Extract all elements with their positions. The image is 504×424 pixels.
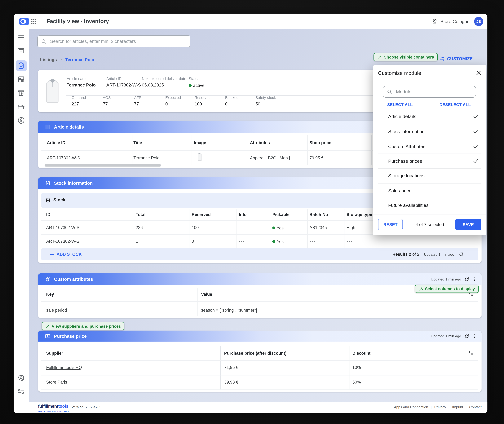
article-search: [37, 35, 190, 47]
section-title: Stock information: [54, 181, 93, 186]
inbound-box-icon[interactable]: [17, 89, 25, 97]
facility-selector[interactable]: Store Cologne: [432, 19, 470, 24]
stat-label[interactable]: AFP: [134, 96, 141, 100]
app-footer: fulfillmenttools SIMPLIFYING RETAIL COMP…: [14, 402, 487, 413]
stat-value-expected-link[interactable]: 0: [165, 102, 168, 106]
kebab-menu-icon[interactable]: [473, 334, 477, 338]
module-option[interactable]: Sales price: [378, 183, 481, 198]
account-icon[interactable]: [17, 117, 25, 124]
article-image: [45, 78, 60, 105]
footer-links: Apps and Connection| Privacy| Imprint| C…: [394, 405, 481, 409]
refresh-icon[interactable]: [464, 334, 469, 338]
choose-containers-badge[interactable]: Choose visible containers: [373, 53, 438, 61]
col-header: Reserved: [192, 212, 211, 217]
footer-link[interactable]: Apps and Connection: [394, 405, 428, 409]
pickable-indicator: Yes: [272, 225, 284, 231]
check-icon: [473, 158, 479, 164]
cell-attributes: Apperal | B2C | Men | ...: [250, 156, 295, 160]
customize-sliders-icon: [439, 56, 445, 62]
orders-box-icon[interactable]: [17, 47, 25, 55]
search-input[interactable]: [50, 38, 187, 44]
select-columns-badge[interactable]: Select columns to display: [415, 285, 479, 293]
col-header: Purchase price (after discount): [224, 351, 286, 356]
article-id: ART-107302-W-S: [106, 83, 141, 87]
section-title: Custom attributes: [54, 277, 93, 282]
store-icon[interactable]: [17, 103, 25, 111]
version-label: Version: 25.2.4703: [72, 405, 101, 409]
avatar[interactable]: JS: [474, 17, 483, 26]
cell-title: Terrance Polo: [133, 156, 160, 160]
check-icon: [473, 143, 479, 149]
settings-gear-icon[interactable]: [17, 374, 25, 382]
module-option[interactable]: Purchase prices: [378, 154, 481, 168]
stat-label[interactable]: AOS: [103, 96, 111, 100]
supplier-link[interactable]: Store Paris: [46, 380, 67, 385]
updated-timestamp: Updated 1 min ago: [431, 277, 461, 281]
save-button[interactable]: SAVE: [455, 219, 481, 230]
plus-icon: [50, 252, 54, 256]
popup-title: Customize module: [378, 70, 421, 76]
purchase-price-header: Purchase price Updated 1 min ago: [38, 330, 482, 342]
wand-icon: [377, 55, 382, 59]
storage-shelf-icon[interactable]: [17, 75, 25, 83]
cell-price: 39,98 €: [224, 380, 238, 385]
label-article-id: Article ID: [106, 77, 122, 81]
location-pin-icon: [432, 19, 438, 24]
reset-button[interactable]: RESET: [378, 219, 403, 230]
menu-icon[interactable]: [17, 33, 25, 41]
footer-link[interactable]: Imprint: [452, 405, 463, 409]
col-header: Title: [133, 140, 142, 145]
choose-containers-label: Choose visible containers: [384, 55, 434, 59]
label-status: Status: [189, 77, 199, 81]
add-stock-button[interactable]: ADD STOCK: [50, 252, 82, 257]
status-badge: active: [189, 82, 205, 88]
close-icon[interactable]: [475, 70, 482, 76]
breadcrumb-current: Terrance Polo: [65, 57, 94, 62]
supplier-link[interactable]: Fulfillmenttools HQ: [46, 365, 82, 370]
col-header: Storage type: [347, 212, 372, 217]
stat-label: Safety stock: [255, 96, 276, 100]
breadcrumb: Listings Terrance Polo: [40, 56, 94, 63]
module-search: [383, 86, 476, 98]
horizontal-scrollbar[interactable]: [44, 164, 161, 167]
col-header: Discount: [352, 351, 370, 356]
col-header: ID: [46, 212, 50, 217]
app-window: Facility view - Inventory Store Cologne …: [14, 14, 487, 413]
stat-label: Expected: [165, 96, 181, 100]
clipboard-check-icon: [45, 180, 51, 186]
facility-name: Store Cologne: [440, 19, 469, 24]
customize-button[interactable]: CUSTOMIZE: [439, 56, 473, 62]
stat-label: Reserved: [195, 96, 211, 100]
module-option[interactable]: Future availabilities: [378, 198, 481, 212]
cell-article-thumbnail: [197, 153, 203, 161]
cell-price: 71,95 €: [224, 365, 238, 370]
apps-grid-icon[interactable]: [31, 19, 37, 24]
refresh-icon[interactable]: [459, 252, 464, 257]
module-option[interactable]: Storage locations: [378, 168, 481, 183]
refresh-icon[interactable]: [464, 277, 469, 282]
cell-discount: 50%: [352, 380, 361, 385]
top-bar: Facility view - Inventory Store Cologne …: [14, 14, 487, 29]
module-option[interactable]: Custom Attributes: [378, 139, 481, 154]
column-settings-icon[interactable]: [468, 350, 473, 356]
module-option[interactable]: Stock information: [378, 124, 481, 139]
kebab-menu-icon[interactable]: [473, 277, 477, 281]
inventory-clipboard-icon[interactable]: [17, 62, 25, 70]
pickable-indicator: Yes: [272, 238, 284, 244]
module-option[interactable]: Article details: [378, 109, 481, 124]
deselect-all-button[interactable]: DESELECT ALL: [440, 102, 471, 107]
select-all-button[interactable]: SELECT ALL: [387, 102, 413, 107]
view-suppliers-badge[interactable]: View suppliers and purchase prices: [42, 322, 124, 330]
module-search-input[interactable]: [395, 89, 472, 95]
custom-attributes-header: Custom attributes Updated 1 min ago: [38, 273, 482, 285]
breadcrumb-listings[interactable]: Listings: [40, 57, 57, 62]
barcode-icon: [45, 124, 51, 130]
cell-article-id: ART-107302-W-S: [47, 156, 80, 160]
stock-footer-band: ADD STOCK Results 2 of 2 Updated 1 min a…: [41, 248, 478, 260]
footer-link[interactable]: Contact: [469, 405, 482, 409]
customize-module-popup: Customize module SELECT ALL DESELECT ALL…: [373, 65, 486, 235]
preferences-sliders-icon[interactable]: [17, 387, 25, 395]
app-logo-icon[interactable]: [19, 18, 29, 25]
footer-link[interactable]: Privacy: [434, 405, 446, 409]
sidebar: [14, 29, 29, 402]
